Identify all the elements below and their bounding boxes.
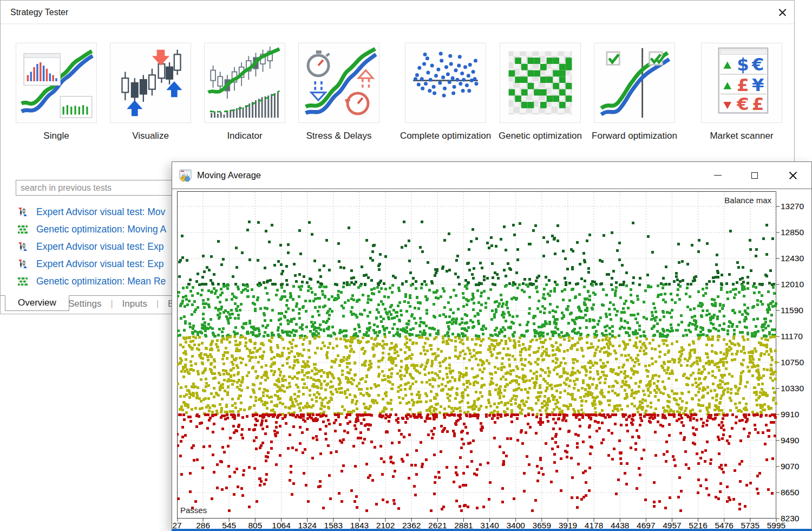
complete-optimization-icon xyxy=(405,43,486,123)
tile-label: Complete optimization xyxy=(398,129,493,143)
y-tick-label: 13270 xyxy=(781,202,812,211)
tab-overview[interactable]: Overview xyxy=(5,295,69,311)
genetic-list-icon xyxy=(18,224,28,234)
visual-test-icon xyxy=(18,242,28,251)
visual-test-icon xyxy=(18,259,28,269)
tile-stress-delays[interactable]: Stress & Delays xyxy=(298,43,379,157)
maximize-icon[interactable] xyxy=(742,162,767,189)
tile-label: Indicator xyxy=(198,129,292,143)
inactive-tabs: Settings|Inputs|Ba xyxy=(59,296,188,312)
tile-genetic-optimization[interactable]: Genetic optimization xyxy=(500,43,581,157)
genetic-optimization-icon xyxy=(500,43,581,123)
y-tick-label: 11590 xyxy=(781,306,812,315)
y-tick-label: 12010 xyxy=(781,280,812,289)
y-tick-label: 9490 xyxy=(781,436,812,445)
stress-delays-icon xyxy=(298,43,379,123)
forward-optimization-icon xyxy=(594,43,675,123)
svg-text:€: € xyxy=(736,94,749,114)
tile-indicator[interactable]: Indicator xyxy=(204,43,285,157)
tile-label: Stress & Delays xyxy=(292,129,386,143)
close-icon[interactable] xyxy=(781,162,806,189)
indicator-icon xyxy=(204,43,285,123)
strategy-tester-title: Strategy Tester xyxy=(10,1,68,24)
x-tick-label: 5995 xyxy=(759,521,794,530)
optimization-scatter-plot[interactable] xyxy=(177,191,781,523)
tile-label: Single xyxy=(9,129,103,143)
visual-test-icon xyxy=(18,207,28,217)
tile-label: Genetic optimization xyxy=(493,129,587,143)
chart-title-balance-max: Balance max xyxy=(724,196,771,205)
chart-xlabel-passes: Passes xyxy=(180,506,207,515)
single-test-icon xyxy=(16,43,97,123)
previous-test-label: Genetic optimization: Mean Re xyxy=(36,274,166,288)
tab-inputs[interactable]: Inputs xyxy=(113,299,156,309)
tile-single[interactable]: Single xyxy=(16,43,97,157)
previous-test-label: Expert Advisor visual test: Exp xyxy=(36,239,163,254)
previous-test-label: Expert Advisor visual test: Mov xyxy=(36,205,165,219)
tile-label: Market scanner xyxy=(695,129,789,143)
tile-forward-optimization[interactable]: Forward optimization xyxy=(594,43,675,157)
svg-text:¥: ¥ xyxy=(752,75,764,95)
expert-advisor-icon xyxy=(179,169,192,182)
svg-text:$: $ xyxy=(737,54,749,75)
y-tick-label: 9070 xyxy=(781,462,812,471)
y-tick-label: 12850 xyxy=(781,228,812,237)
chart-window-titlebar[interactable]: Moving Average xyxy=(172,162,811,189)
y-tick-label: 8650 xyxy=(781,488,812,497)
tile-label: Forward optimization xyxy=(587,129,682,143)
strategy-tester-titlebar[interactable]: Strategy Tester xyxy=(1,1,794,24)
moving-average-window: Moving Average Balance max Passes 132701… xyxy=(172,161,812,531)
svg-text:€: € xyxy=(751,54,764,75)
svg-text:£: £ xyxy=(752,94,764,114)
tile-complete-optimization[interactable]: Complete optimization xyxy=(405,43,486,157)
y-tick-label: 10750 xyxy=(781,358,812,367)
previous-test-label: Genetic optimization: Moving A xyxy=(36,222,166,236)
chart-window-title: Moving Average xyxy=(197,162,261,189)
previous-test-label: Expert Advisor visual test: Exp xyxy=(36,257,163,271)
y-tick-label: 10330 xyxy=(781,384,812,393)
genetic-list-icon xyxy=(18,276,28,286)
minimize-icon[interactable] xyxy=(705,162,730,189)
market-scanner-icon: $ € £ ¥ € £ xyxy=(701,43,782,123)
close-icon[interactable] xyxy=(774,5,790,21)
y-tick-label: 11170 xyxy=(781,332,812,341)
y-tick-label: 9910 xyxy=(781,410,812,419)
svg-text:£: £ xyxy=(737,75,749,95)
tile-visualize[interactable]: Visualize xyxy=(110,43,191,157)
tile-label: Visualize xyxy=(103,129,198,143)
visualize-icon xyxy=(110,43,191,123)
y-tick-label: 12430 xyxy=(781,254,812,263)
tile-market-scanner[interactable]: $ € £ ¥ € £ Market scanner xyxy=(701,43,782,157)
